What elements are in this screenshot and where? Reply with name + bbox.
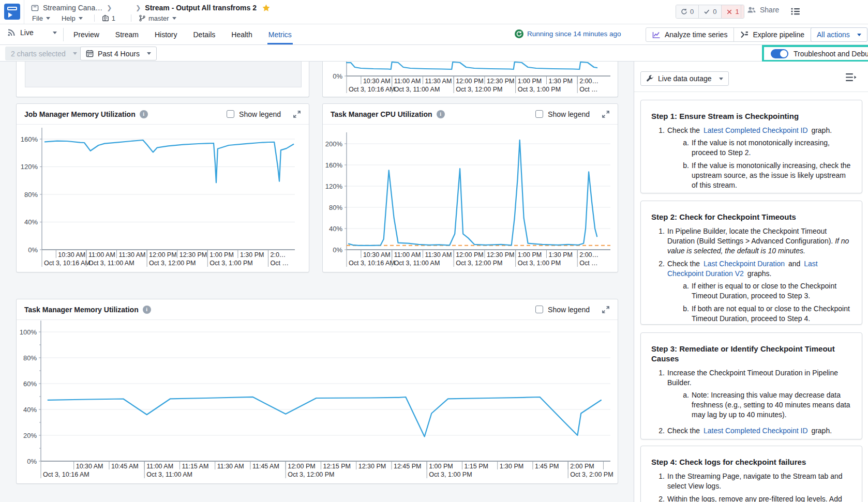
tab-stream[interactable]: Stream <box>114 24 140 44</box>
collapse-panel-icon[interactable] <box>846 73 857 82</box>
streaming-metrics-page: Streaming Cana… ❯ ❯ Stream - Output All … <box>0 0 868 502</box>
info-icon[interactable]: i <box>437 110 445 118</box>
svg-text:Oct 3, 1:00 PM: Oct 3, 1:00 PM <box>518 260 561 267</box>
live-mode-selector[interactable]: Live <box>7 28 57 37</box>
tab-history[interactable]: History <box>154 24 178 44</box>
star-icon[interactable] <box>262 4 271 12</box>
running-status[interactable]: Running since 14 minutes ago <box>515 29 621 38</box>
explore-pipeline-button[interactable]: Explore pipeline <box>734 28 822 41</box>
svg-text:40%: 40% <box>24 218 38 226</box>
resource-badge[interactable]: 1 <box>102 14 115 22</box>
svg-text:Oct …: Oct … <box>270 260 288 267</box>
metric-link[interactable]: Latest Completed Checkpoint ID <box>702 126 810 134</box>
metric-link[interactable]: Latest Completed Checkpoint ID <box>702 427 810 435</box>
svg-text:0%: 0% <box>27 458 37 465</box>
info-icon[interactable]: i <box>140 110 148 118</box>
show-legend-label: Show legend <box>548 110 590 118</box>
step-title: Step 2: Check for Checkpoint Timeouts <box>651 212 851 222</box>
svg-text:Oct 3, 12:00 PM: Oct 3, 12:00 PM <box>149 260 196 267</box>
maximize-icon[interactable] <box>602 110 610 118</box>
step-card-2: Step 2: Check for Checkpoint Timeouts1.I… <box>640 201 862 325</box>
svg-text:160%: 160% <box>21 135 38 143</box>
svg-text:12:30 PM: 12:30 PM <box>487 78 515 85</box>
all-actions-button[interactable]: All actions <box>811 27 867 42</box>
help-menu[interactable]: Help <box>62 14 83 22</box>
svg-text:10:30 AM: 10:30 AM <box>58 251 85 258</box>
timeline-chart-icon <box>652 31 661 39</box>
feed-icon <box>7 28 16 37</box>
svg-text:Oct 3, 12:00 PM: Oct 3, 12:00 PM <box>456 86 502 93</box>
svg-text:200%: 200% <box>325 140 343 148</box>
svg-text:Oct 3, 10:16 AM: Oct 3, 10:16 AM <box>44 260 91 267</box>
svg-text:11:00 AM: 11:00 AM <box>146 463 173 470</box>
show-legend-label: Show legend <box>548 306 590 314</box>
file-menu[interactable]: File <box>32 14 50 22</box>
troubleshoot-sidebar: Live data outage Step 1: Ensure Stream i… <box>634 62 868 502</box>
step-card-1: Step 1: Ensure Stream is Checkpointing1.… <box>640 100 862 193</box>
svg-text:Oct 3, 11:00 AM: Oct 3, 11:00 AM <box>394 86 440 93</box>
svg-text:Oct 3, 11:00 AM: Oct 3, 11:00 AM <box>146 471 192 478</box>
svg-text:Oct 3, 1:00 PM: Oct 3, 1:00 PM <box>518 86 561 93</box>
maximize-icon[interactable] <box>293 110 301 118</box>
running-icon <box>515 29 523 38</box>
outage-type-dropdown[interactable]: Live data outage <box>640 71 729 86</box>
building-icon <box>102 14 109 22</box>
svg-text:Oct 3, 1:00 PM: Oct 3, 1:00 PM <box>209 260 252 267</box>
show-legend-label: Show legend <box>239 110 281 118</box>
refresh-count-badge[interactable]: 0 <box>676 5 699 18</box>
chart-card-job: Job Manager Memory Utilization i Show le… <box>16 103 309 272</box>
svg-text:0%: 0% <box>28 246 38 254</box>
check-count-badge[interactable]: 0 <box>699 5 722 18</box>
tab-metrics[interactable]: Metrics <box>267 24 293 44</box>
share-button[interactable]: Share <box>747 6 779 14</box>
refresh-icon <box>681 8 687 15</box>
svg-text:12:30 PM: 12:30 PM <box>358 463 386 470</box>
pipeline-icon <box>740 31 749 39</box>
tab-health[interactable]: Health <box>230 24 253 44</box>
svg-text:1:30 PM: 1:30 PM <box>240 251 264 258</box>
chart-title: Task Manager Memory Utilization <box>24 306 139 314</box>
svg-text:80%: 80% <box>23 354 37 362</box>
view-toolbar: Live PreviewStreamHistoryDetailsHealthMe… <box>0 24 868 45</box>
svg-text:12:00 PM: 12:00 PM <box>288 463 316 470</box>
analyze-time-series-button[interactable]: Analyze time series <box>646 28 734 41</box>
svg-text:12:00 PM: 12:00 PM <box>456 251 484 258</box>
chart-title: Task Manager CPU Utilization <box>331 110 432 118</box>
step-title: Step 3: Remediate or Identify Checkpoint… <box>651 344 851 363</box>
chart-card-mem: Task Manager Memory Utilization i Show l… <box>16 299 618 484</box>
breadcrumb-parent[interactable]: Streaming Cana… <box>43 4 102 12</box>
properties-menu-icon[interactable] <box>790 7 801 16</box>
show-legend-checkbox[interactable] <box>227 110 234 118</box>
svg-text:1:30 PM: 1:30 PM <box>548 251 573 258</box>
streaming-app-icon[interactable] <box>4 4 20 20</box>
show-legend-checkbox[interactable] <box>535 306 543 313</box>
info-icon[interactable]: i <box>143 306 151 314</box>
step-item: 2.Check the Latest Completed Checkpoint … <box>655 426 851 436</box>
wrench-icon <box>646 75 654 83</box>
branch-selector[interactable]: master <box>139 14 176 22</box>
show-legend-checkbox[interactable] <box>535 110 543 118</box>
maximize-icon[interactable] <box>602 306 610 314</box>
svg-text:1:00 PM: 1:00 PM <box>518 251 542 258</box>
svg-text:1:45 PM: 1:45 PM <box>535 463 559 470</box>
step-item: 1.In the Streaming Page, navigate to the… <box>655 471 851 491</box>
svg-text:Oct …: Oct … <box>579 86 597 93</box>
charts-area: 0%10:30 AM11:00 AM11:30 AM12:00 PM12:30 … <box>0 62 634 502</box>
svg-text:1:30 PM: 1:30 PM <box>500 463 524 470</box>
troubleshoot-toggle[interactable] <box>771 49 788 58</box>
step-card-3: Step 3: Remediate or Identify Checkpoint… <box>640 332 862 439</box>
svg-text:1:15 PM: 1:15 PM <box>464 463 488 470</box>
svg-text:40%: 40% <box>329 225 342 233</box>
git-branch-icon <box>139 14 146 22</box>
svg-text:12:15 PM: 12:15 PM <box>323 463 351 470</box>
tab-preview[interactable]: Preview <box>72 24 100 44</box>
metric-link[interactable]: Last Checkpoint Duration <box>702 260 786 268</box>
tab-details[interactable]: Details <box>192 24 216 44</box>
check-icon <box>704 8 710 15</box>
svg-text:80%: 80% <box>329 204 342 211</box>
step-item: 1.Increase the Checkpoint Timeout Durati… <box>655 368 851 423</box>
svg-text:11:30 AM: 11:30 AM <box>217 463 244 470</box>
time-range-dropdown[interactable]: Past 4 Hours <box>80 47 157 60</box>
charts-selected-dropdown[interactable]: 2 charts selected <box>5 47 83 60</box>
chart-actions-group: Analyze time series Explore pipeline <box>646 27 822 42</box>
